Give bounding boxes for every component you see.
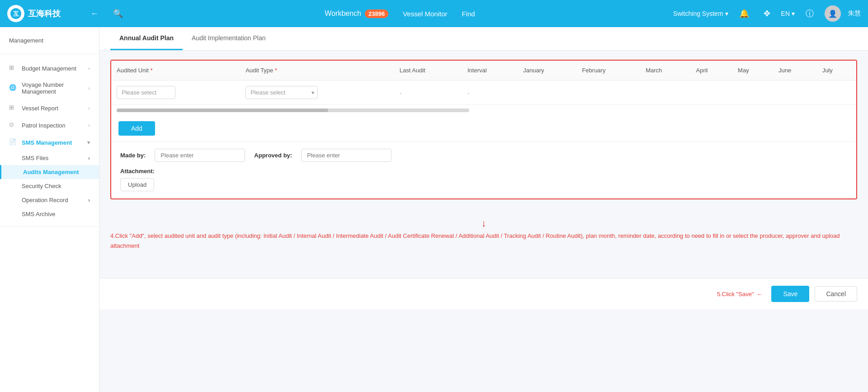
scroll-thumb[interactable]	[117, 109, 328, 112]
audited-unit-placeholder: Please select	[122, 89, 156, 96]
audited-unit-cell: Please select	[111, 80, 240, 105]
interval-cell: -	[462, 80, 518, 105]
tab-annual-label: Annual Audit Plan	[119, 34, 174, 42]
top-navigation: 互 互海科技 ← 🔍 Workbench 23896 Vessel Monito…	[0, 0, 868, 27]
vessel-report-icon: ⊞	[9, 104, 17, 112]
sidebar-sms-label: SMS Management	[22, 139, 72, 146]
sidebar-item-sms[interactable]: 📄 SMS Management ▾	[0, 134, 99, 151]
globe-icon: 🌐	[9, 84, 17, 92]
sidebar-management-section: Management	[0, 27, 99, 54]
may-cell	[732, 80, 773, 105]
col-january: January	[518, 61, 576, 80]
sidebar-sub-sms-files[interactable]: SMS Files ›	[0, 151, 99, 165]
grid-icon: ⊞	[9, 64, 17, 72]
audit-table-area: Audited Unit * Audit Type * Last Audit I…	[111, 61, 856, 105]
switching-system-button[interactable]: Switching System ▾	[673, 10, 728, 17]
language-label: EN	[781, 10, 790, 17]
vessel-report-arrow-icon: ›	[88, 105, 90, 111]
sidebar-sub-sms-archive[interactable]: SMS Archive	[0, 207, 99, 221]
main-layout: Management ⊞ Budget Management › 🌐 Voyag…	[0, 27, 868, 392]
voyage-arrow-icon: ›	[88, 85, 90, 91]
sidebar-item-vessel-report[interactable]: ⊞ Vessel Report ›	[0, 99, 99, 117]
content-area: Audited Unit * Audit Type * Last Audit I…	[99, 51, 868, 208]
back-button[interactable]: ←	[87, 7, 102, 20]
col-interval: Interval	[462, 61, 518, 80]
sidebar-sub-audits[interactable]: Audits Management	[0, 165, 99, 179]
attachment-label: Attachment:	[120, 168, 155, 175]
approved-by-label: Approved by:	[254, 152, 292, 159]
made-approved-row: Made by: Approved by:	[120, 149, 847, 162]
sidebar-item-patrol[interactable]: ⊙ Patrol Inspection ›	[0, 117, 99, 134]
logo-area: 互 互海科技	[7, 5, 80, 22]
audits-label: Audits Management	[23, 169, 79, 175]
tab-annual-audit-plan[interactable]: Annual Audit Plan	[110, 27, 183, 50]
required-star-unit: *	[150, 67, 152, 74]
help-icon[interactable]: ⓘ	[802, 6, 817, 21]
last-audit-dash: -	[400, 90, 401, 96]
patrol-arrow-icon: ›	[88, 123, 90, 128]
nav-center: Workbench 23896 Vessel Monitor Find	[134, 9, 666, 18]
col-april: April	[690, 61, 732, 80]
col-february: February	[576, 61, 640, 80]
sidebar-patrol-label: Patrol Inspection	[22, 122, 66, 129]
july-cell	[817, 80, 856, 105]
bottom-action-bar: 5.Click "Save" ← Save Cancel	[99, 278, 868, 309]
language-dropdown-icon: ▾	[792, 10, 795, 17]
audit-type-select[interactable]: Please select Initial Audit Internal Aud…	[245, 86, 318, 99]
sidebar-sub-security-check[interactable]: Security Check	[0, 179, 99, 193]
main-content: Annual Audit Plan Audit Implementation P…	[99, 27, 868, 392]
col-may: May	[732, 61, 773, 80]
cancel-button[interactable]: Cancel	[815, 286, 857, 302]
nav-right: Switching System ▾ 🔔 ✥ EN ▾ ⓘ 👤 朱慧	[673, 5, 861, 22]
workbench-link[interactable]: Workbench 23896	[325, 9, 388, 18]
table-header-row: Audited Unit * Audit Type * Last Audit I…	[111, 61, 856, 80]
january-cell	[518, 80, 576, 105]
vessel-monitor-link[interactable]: Vessel Monitor	[403, 10, 447, 18]
sms-archive-label: SMS Archive	[22, 211, 55, 217]
col-last-audit: Last Audit	[394, 61, 462, 80]
find-link[interactable]: Find	[462, 10, 475, 18]
sidebar-item-budget[interactable]: ⊞ Budget Management ›	[0, 60, 99, 77]
avatar: 👤	[825, 5, 841, 22]
security-check-label: Security Check	[22, 183, 61, 189]
sidebar-item-voyage[interactable]: 🌐 Voyage NumberManagement ›	[0, 77, 99, 99]
sms-files-arrow-icon: ›	[88, 155, 90, 161]
sidebar: Management ⊞ Budget Management › 🌐 Voyag…	[0, 27, 99, 392]
sidebar-sub-operation-record[interactable]: Operation Record ›	[0, 193, 99, 207]
tab-audit-implementation-plan[interactable]: Audit Implementation Plan	[183, 27, 274, 50]
scroll-track[interactable]	[117, 109, 469, 112]
username-label: 朱慧	[848, 9, 861, 18]
budget-arrow-icon: ›	[88, 66, 90, 71]
svg-text:互: 互	[13, 10, 19, 17]
save-button[interactable]: Save	[771, 286, 809, 302]
step4-arrow-icon: ↓	[110, 217, 857, 229]
required-star-type: *	[275, 67, 277, 74]
workbench-badge: 23896	[365, 9, 388, 18]
interval-dash: -	[467, 90, 469, 96]
approved-by-input[interactable]	[301, 149, 392, 162]
switching-system-label: Switching System	[673, 10, 723, 17]
sms-arrow-icon: ▾	[87, 140, 90, 146]
tab-implementation-label: Audit Implementation Plan	[192, 34, 265, 42]
june-cell	[773, 80, 817, 105]
notification-bell-icon[interactable]: 🔔	[736, 7, 753, 20]
step5-text: 5.Click "Save"	[717, 291, 754, 298]
add-button[interactable]: Add	[118, 121, 155, 136]
step4-instruction: 4.Click "Add", select audited unit and a…	[110, 231, 857, 251]
made-by-label: Made by:	[120, 152, 146, 159]
fullscreen-icon[interactable]: ✥	[760, 7, 774, 20]
made-by-input[interactable]	[155, 149, 245, 162]
col-july: July	[817, 61, 856, 80]
audited-unit-select[interactable]: Please select	[117, 86, 175, 99]
search-button[interactable]: 🔍	[109, 7, 127, 20]
sidebar-budget-label: Budget Management	[22, 65, 76, 72]
logo-icon: 互	[7, 5, 24, 22]
sms-icon: 📄	[9, 138, 17, 146]
february-cell	[576, 80, 640, 105]
language-selector[interactable]: EN ▾	[781, 10, 795, 17]
upload-button[interactable]: Upload	[120, 178, 154, 191]
step5-label-area: 5.Click "Save" ←	[717, 291, 762, 298]
patrol-icon: ⊙	[9, 121, 17, 129]
col-audited-unit: Audited Unit *	[111, 61, 240, 80]
audit-type-cell: Please select Initial Audit Internal Aud…	[240, 80, 394, 105]
